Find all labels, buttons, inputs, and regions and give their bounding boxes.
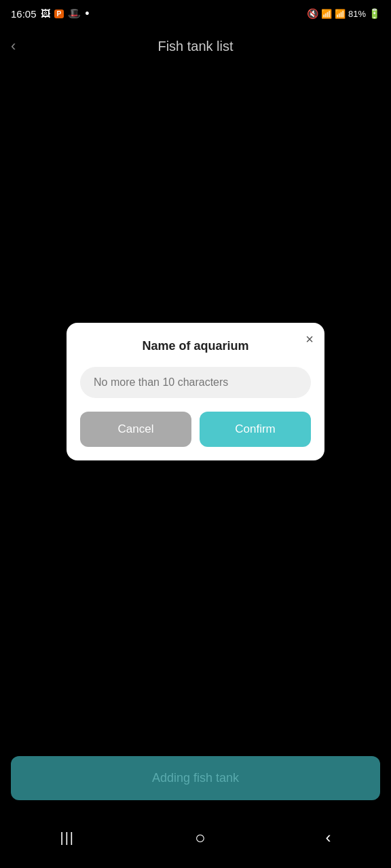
bottom-navigation: ||| ○ ‹	[0, 814, 391, 868]
dialog-close-button[interactable]: ×	[305, 332, 314, 346]
menu-nav-button[interactable]: |||	[43, 823, 91, 852]
dialog-buttons: Cancel Confirm	[80, 412, 311, 447]
wifi-icon: 📶	[321, 9, 332, 19]
dot-indicator: •	[85, 7, 89, 21]
battery-text: 81%	[348, 9, 366, 19]
hat-icon: 🎩	[68, 7, 81, 20]
notification-icon: P	[54, 9, 64, 18]
page-title: Fish tank list	[157, 39, 233, 54]
status-right: 🔇 📶 📶 81% 🔋	[307, 8, 380, 19]
battery-icon: 🔋	[369, 8, 380, 19]
add-fish-tank-button[interactable]: Adding fish tank	[11, 756, 380, 800]
status-left: 16:05 🖼 P 🎩 •	[11, 7, 90, 21]
signal-icon: 📶	[335, 9, 346, 19]
gallery-icon: 🖼	[41, 8, 50, 19]
top-navigation: ‹ Fish tank list	[0, 27, 391, 65]
dialog-title: Name of aquarium	[80, 339, 311, 353]
cancel-button[interactable]: Cancel	[80, 412, 191, 447]
back-nav-button[interactable]: ‹	[310, 821, 348, 854]
status-time: 16:05	[11, 8, 37, 20]
name-aquarium-dialog: × Name of aquarium Cancel Confirm	[67, 323, 324, 460]
mute-icon: 🔇	[307, 8, 318, 19]
home-nav-button[interactable]: ○	[179, 821, 222, 855]
aquarium-name-input[interactable]	[80, 367, 311, 398]
main-content: × Name of aquarium Cancel Confirm Adding…	[0, 65, 391, 868]
status-bar: 16:05 🖼 P 🎩 • 🔇 📶 📶 81% 🔋	[0, 0, 391, 27]
back-button[interactable]: ‹	[11, 37, 16, 55]
confirm-button[interactable]: Confirm	[200, 412, 311, 447]
